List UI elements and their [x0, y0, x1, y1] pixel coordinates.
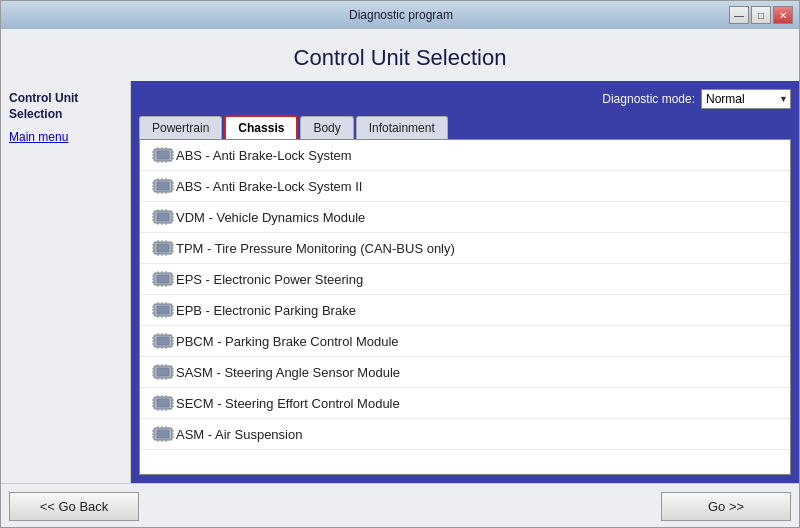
svg-rect-29	[157, 213, 169, 221]
sidebar-section-title: Control Unit Selection	[9, 91, 122, 122]
right-panel: Diagnostic mode: Normal Extended Develop…	[131, 81, 799, 483]
list-item[interactable]: PBCM - Parking Brake Control Module	[140, 326, 790, 357]
main-menu-link[interactable]: Main menu	[9, 130, 122, 144]
svg-rect-57	[157, 275, 169, 283]
item-label: TPM - Tire Pressure Monitoring (CAN-BUS …	[176, 241, 455, 256]
list-item[interactable]: VDM - Vehicle Dynamics Module	[140, 202, 790, 233]
go-back-button[interactable]: << Go Back	[9, 492, 139, 521]
tab-powertrain[interactable]: Powertrain	[139, 116, 222, 139]
title-bar: Diagnostic program — □ ✕	[1, 1, 799, 29]
bottom-bar: << Go Back Go >>	[1, 483, 799, 527]
svg-rect-1	[157, 151, 169, 159]
top-controls: Diagnostic mode: Normal Extended Develop…	[139, 89, 791, 109]
diagnostic-mode-label: Diagnostic mode:	[602, 92, 695, 106]
tab-chassis[interactable]: Chassis	[224, 115, 298, 139]
items-list: ABS - Anti Brake-Lock System ABS - Anti …	[140, 140, 790, 474]
svg-rect-71	[157, 306, 169, 314]
item-label: ASM - Air Suspension	[176, 427, 302, 442]
list-item[interactable]: ASM - Air Suspension	[140, 419, 790, 450]
content-area: Control Unit Selection Main menu Diagnos…	[1, 81, 799, 483]
sidebar: Control Unit Selection Main menu	[1, 81, 131, 483]
page-title: Control Unit Selection	[1, 29, 799, 81]
list-item[interactable]: EPB - Electronic Parking Brake	[140, 295, 790, 326]
svg-rect-85	[157, 337, 169, 345]
tab-infotainment[interactable]: Infotainment	[356, 116, 448, 139]
svg-rect-113	[157, 399, 169, 407]
go-forward-button[interactable]: Go >>	[661, 492, 791, 521]
tab-body[interactable]: Body	[300, 116, 353, 139]
window-controls: — □ ✕	[729, 6, 793, 24]
items-container: ABS - Anti Brake-Lock System ABS - Anti …	[139, 139, 791, 475]
close-button[interactable]: ✕	[773, 6, 793, 24]
svg-rect-43	[157, 244, 169, 252]
minimize-button[interactable]: —	[729, 6, 749, 24]
list-item[interactable]: ABS - Anti Brake-Lock System II	[140, 171, 790, 202]
svg-rect-15	[157, 182, 169, 190]
item-label: EPS - Electronic Power Steering	[176, 272, 363, 287]
svg-rect-99	[157, 368, 169, 376]
item-label: PBCM - Parking Brake Control Module	[176, 334, 399, 349]
list-item[interactable]: TPM - Tire Pressure Monitoring (CAN-BUS …	[140, 233, 790, 264]
list-item[interactable]: EPS - Electronic Power Steering	[140, 264, 790, 295]
item-label: EPB - Electronic Parking Brake	[176, 303, 356, 318]
item-label: SASM - Steering Angle Sensor Module	[176, 365, 400, 380]
item-label: SECM - Steering Effort Control Module	[176, 396, 400, 411]
svg-rect-127	[157, 430, 169, 438]
tab-bar: Powertrain Chassis Body Infotainment	[139, 115, 791, 139]
window-title: Diagnostic program	[73, 8, 729, 22]
main-window: Diagnostic program — □ ✕ Control Unit Se…	[0, 0, 800, 528]
list-item[interactable]: SECM - Steering Effort Control Module	[140, 388, 790, 419]
list-item[interactable]: ABS - Anti Brake-Lock System	[140, 140, 790, 171]
list-item[interactable]: SASM - Steering Angle Sensor Module	[140, 357, 790, 388]
diagnostic-mode-wrapper: Normal Extended Development	[701, 89, 791, 109]
maximize-button[interactable]: □	[751, 6, 771, 24]
item-label: ABS - Anti Brake-Lock System	[176, 148, 352, 163]
diagnostic-mode-select[interactable]: Normal Extended Development	[701, 89, 791, 109]
item-label: VDM - Vehicle Dynamics Module	[176, 210, 365, 225]
item-label: ABS - Anti Brake-Lock System II	[176, 179, 362, 194]
